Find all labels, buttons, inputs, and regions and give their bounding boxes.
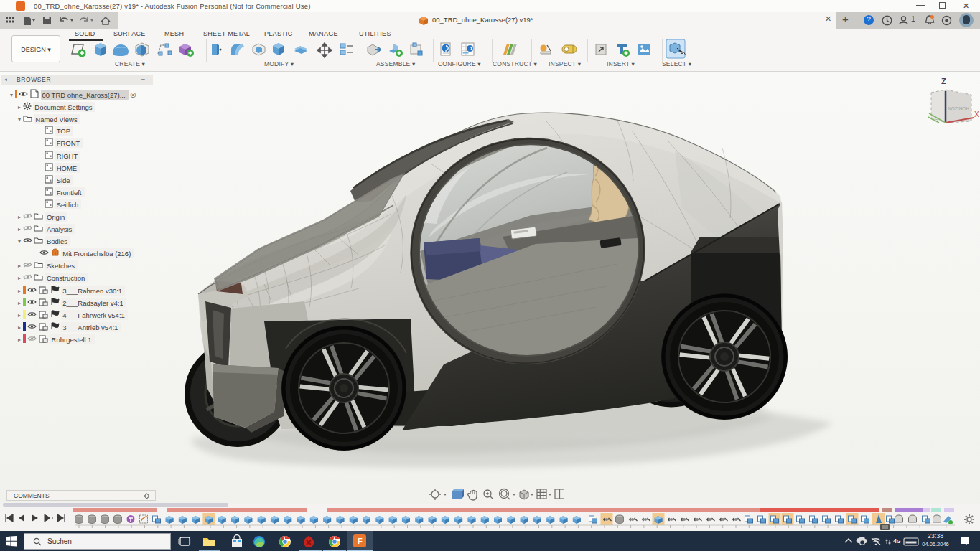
svg-text:X: X [974,110,979,118]
svg-text:HORIZON: HORIZON [948,106,969,111]
svg-text:Z: Z [941,77,946,85]
